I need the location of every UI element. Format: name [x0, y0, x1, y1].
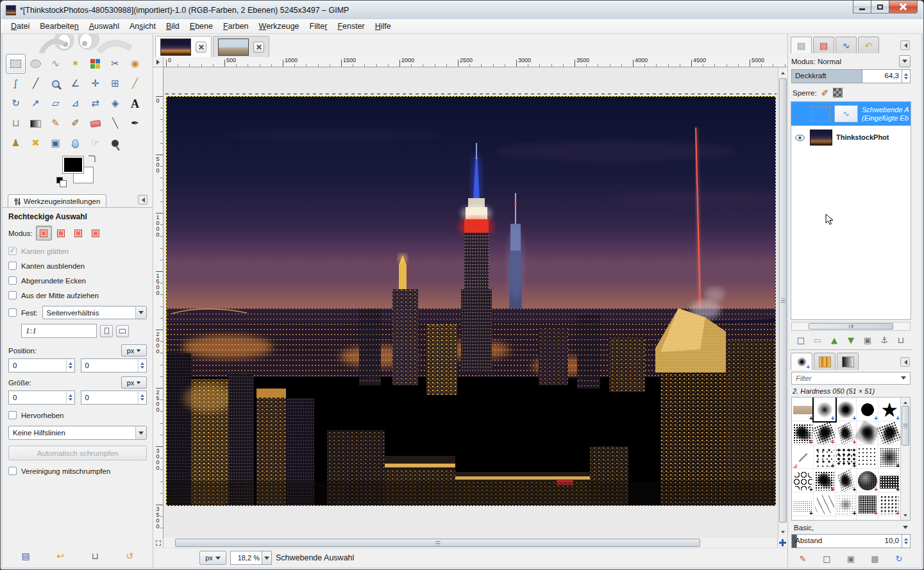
status-unit-dropdown[interactable]: px — [199, 551, 226, 565]
layer-row-floating[interactable]: ∿ Schwebende Auswahl (Eingefügte Ebene) — [791, 102, 911, 126]
brush-cell-3[interactable]: + — [857, 398, 878, 421]
horizontal-scrollbar[interactable] — [164, 538, 777, 548]
guides-select[interactable]: Keine Hilfslinien — [8, 426, 147, 440]
brush-cell-17[interactable]: + — [836, 469, 857, 492]
brush-cell-24[interactable]: + — [878, 492, 900, 516]
menu-filter[interactable]: Filter — [305, 20, 333, 33]
menu-datei[interactable]: Datei — [6, 20, 35, 33]
brush-preset-value[interactable]: Basic, — [794, 524, 814, 532]
brush-cell-18[interactable]: + — [857, 469, 878, 492]
opacity-spinner[interactable] — [902, 69, 911, 83]
size-x-spinner[interactable]: 0 — [8, 390, 75, 405]
tool-rectangle-select[interactable] — [6, 54, 26, 74]
brush-cell-13[interactable] — [857, 445, 878, 469]
tool-ink[interactable]: ✒ — [125, 113, 145, 133]
landscape-button[interactable] — [116, 325, 129, 337]
canvas-image[interactable] — [167, 97, 775, 505]
navigation-button[interactable] — [777, 538, 787, 548]
save-preset-button[interactable]: ▤ — [18, 549, 33, 563]
minimize-button[interactable] — [853, 1, 871, 13]
tool-move[interactable]: ✛ — [85, 74, 105, 94]
brush-cell-16[interactable]: + — [814, 469, 836, 492]
close-tab-icon[interactable] — [253, 42, 264, 53]
close-button[interactable] — [889, 1, 918, 13]
layer-row-background[interactable]: ThinkstockPhot — [791, 126, 911, 149]
tool-bucket-fill[interactable]: ⊔ — [6, 113, 26, 133]
refresh-brushes-button[interactable]: ↻ — [892, 551, 906, 566]
image-tab-day[interactable] — [213, 36, 269, 57]
tool-blur-sharpen[interactable] — [65, 133, 85, 153]
restore-preset-button[interactable]: ↩ — [53, 549, 68, 563]
mode-add-button[interactable] — [53, 226, 69, 240]
autoshrink-button[interactable]: Automatisch schrumpfen — [8, 446, 147, 460]
brush-cell-6[interactable]: + — [814, 421, 836, 445]
default-colors-icon[interactable] — [56, 177, 63, 183]
shrink-merged-checkbox[interactable] — [8, 467, 17, 475]
delete-preset-button[interactable]: ⊔ — [87, 549, 103, 563]
anchor-layer-button[interactable]: ⚓ — [877, 333, 891, 347]
duplicate-layer-button[interactable]: ▣ — [861, 333, 875, 347]
position-y-spinner[interactable]: 0 — [81, 358, 147, 373]
tool-flip[interactable]: ⇄ — [85, 94, 105, 113]
brush-scrollbar[interactable] — [900, 398, 910, 520]
vertical-scrollbar[interactable] — [778, 67, 787, 538]
expand-from-center-checkbox[interactable] — [8, 291, 17, 299]
lock-alpha-icon[interactable] — [833, 88, 843, 97]
quick-mask-toggle[interactable] — [153, 538, 164, 548]
new-layer-button[interactable]: □ — [794, 333, 808, 347]
spacing-spinner[interactable] — [902, 534, 911, 548]
brush-cell-14[interactable]: + — [878, 445, 900, 469]
tool-measure[interactable]: ∠ — [65, 74, 85, 94]
tool-rotate[interactable]: ↻ — [6, 94, 26, 113]
menu-auswahl[interactable]: Auswahl — [84, 20, 124, 33]
title-bar[interactable]: *[ThinkstockPhotos-480530988](importiert… — [1, 1, 923, 19]
brush-cell-19[interactable]: + — [878, 469, 900, 492]
menu-ebene[interactable]: Ebene — [185, 20, 218, 33]
vertical-ruler[interactable]: 0500100015002000250030003500 — [153, 67, 164, 538]
tool-select-by-color[interactable] — [85, 54, 105, 74]
layer-mode-dropdown[interactable] — [899, 55, 911, 67]
brush-cell-7[interactable]: + — [836, 421, 857, 445]
tool-shear[interactable]: ▱ — [46, 94, 65, 113]
brush-cell-22[interactable]: + — [836, 492, 857, 516]
reset-tool-button[interactable]: ↺ — [122, 549, 137, 563]
delete-brush-button[interactable]: ▩ — [868, 551, 882, 566]
duplicate-brush-button[interactable]: ▣ — [844, 551, 858, 566]
antialias-checkbox[interactable] — [8, 247, 17, 255]
collapse-tool-options-button[interactable] — [138, 195, 147, 205]
brush-filter-input[interactable]: Filter — [791, 372, 911, 385]
brush-cell-12[interactable]: + — [836, 445, 857, 469]
mode-replace-button[interactable] — [36, 226, 52, 240]
menu-farben[interactable]: Farben — [218, 20, 254, 33]
tool-cage-transform[interactable]: ◈ — [105, 94, 125, 113]
fixed-select[interactable]: Seitenverhältnis — [42, 306, 147, 319]
brush-cell-15[interactable]: + — [792, 469, 814, 492]
tool-options-tab[interactable]: Werkzeugeinstellungen — [8, 194, 106, 207]
ruler-corner-menu-button[interactable] — [153, 57, 164, 67]
brush-scroll-thumb[interactable] — [902, 406, 909, 446]
brush-cell-26[interactable] — [814, 516, 836, 520]
mode-intersect-button[interactable] — [88, 226, 104, 240]
tool-airbrush[interactable]: ╲ — [105, 113, 125, 133]
position-unit-dropdown[interactable]: px — [121, 344, 147, 356]
brush-cell-1[interactable]: + — [814, 398, 836, 421]
tool-eraser[interactable] — [85, 113, 105, 133]
tool-scissors-select[interactable]: ✂ — [105, 54, 125, 74]
tool-fuzzy-select[interactable]: ✶ — [65, 54, 85, 74]
brush-cell-10[interactable] — [792, 445, 814, 469]
tool-free-select[interactable]: ∿ — [46, 54, 65, 74]
scroll-up-icon[interactable] — [781, 70, 785, 74]
menu-fenster[interactable]: Fenster — [332, 20, 369, 33]
zoom-input[interactable]: 18,2 % — [230, 551, 262, 565]
tool-zoom[interactable] — [46, 74, 65, 94]
patterns-tab[interactable] — [814, 353, 836, 370]
horizontal-ruler[interactable]: 0500100015002000250030003500400045005000 — [164, 57, 787, 67]
portrait-button[interactable] — [100, 325, 113, 337]
horizontal-scroll-thumb[interactable] — [175, 539, 700, 547]
scroll-down-icon[interactable] — [781, 531, 785, 535]
brush-cell-11[interactable]: + — [814, 445, 836, 469]
mode-subtract-button[interactable] — [71, 226, 87, 240]
tool-heal[interactable]: ✖ — [26, 133, 46, 153]
brush-cell-8[interactable] — [857, 421, 878, 445]
brush-cell-20[interactable]: + — [792, 492, 814, 516]
